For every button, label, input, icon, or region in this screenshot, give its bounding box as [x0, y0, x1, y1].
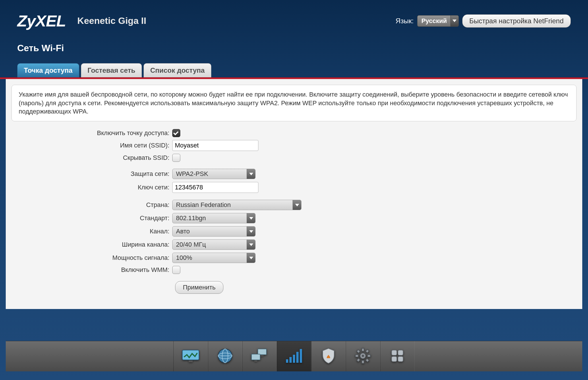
svg-rect-25	[392, 350, 397, 355]
standard-select[interactable]: 802.11bgn	[172, 213, 256, 223]
width-label: Ширина канала:	[11, 241, 172, 248]
country-value: Russian Federation	[176, 201, 231, 209]
chevron-down-icon	[247, 240, 255, 250]
svg-rect-26	[398, 350, 403, 355]
apply-button[interactable]: Применить	[175, 281, 223, 294]
nav-monitor[interactable]	[173, 341, 208, 371]
chevron-down-icon	[247, 169, 255, 179]
svg-rect-9	[261, 355, 264, 356]
width-select[interactable]: 20/40 МГц	[172, 239, 256, 250]
svg-rect-8	[254, 360, 257, 362]
svg-rect-13	[296, 352, 299, 363]
tab-guest-network[interactable]: Гостевая сеть	[81, 63, 142, 77]
brand-logo: ZyXEL	[17, 11, 66, 30]
security-select[interactable]: WPA2-PSK	[172, 169, 256, 179]
language-label: Язык:	[396, 17, 414, 25]
quick-setup-button[interactable]: Быстрая настройка NetFriend	[462, 14, 571, 28]
svg-rect-28	[398, 356, 403, 362]
language-select[interactable]: Русский	[417, 15, 459, 27]
power-label: Мощность сигнала:	[11, 254, 172, 262]
svg-rect-12	[293, 355, 295, 363]
power-value: 100%	[176, 254, 192, 262]
device-name: Keenetic Giga II	[77, 16, 146, 26]
svg-rect-22	[365, 349, 369, 353]
globe-icon	[217, 348, 233, 365]
security-label: Защита сети:	[11, 170, 172, 178]
page-title: Сеть Wi-Fi	[0, 36, 588, 56]
language-value: Русский	[421, 17, 447, 24]
bottom-nav	[6, 341, 582, 371]
svg-point-24	[362, 355, 364, 357]
svg-rect-17	[362, 360, 364, 363]
nav-network[interactable]	[242, 341, 277, 371]
nav-apps[interactable]	[380, 341, 415, 371]
monitor-icon	[182, 349, 200, 364]
enable-ap-label: Включить точку доступа:	[11, 129, 172, 137]
svg-rect-16	[362, 348, 364, 351]
gear-icon	[355, 348, 371, 365]
check-icon	[173, 130, 178, 135]
chevron-down-icon	[247, 253, 255, 263]
svg-rect-19	[368, 355, 370, 357]
hide-ssid-checkbox[interactable]	[172, 154, 180, 162]
svg-rect-21	[365, 358, 369, 362]
channel-select[interactable]: Авто	[172, 226, 256, 237]
width-value: 20/40 МГц	[176, 241, 206, 248]
ssid-input[interactable]	[172, 140, 258, 151]
svg-rect-23	[357, 358, 360, 362]
chevron-down-icon	[293, 200, 301, 210]
svg-rect-27	[392, 356, 397, 362]
key-label: Ключ сети:	[11, 184, 172, 191]
tab-access-list[interactable]: Список доступа	[144, 63, 211, 77]
description-box: Укажите имя для вашей беспроводной сети,…	[11, 85, 577, 121]
country-label: Страна:	[11, 201, 172, 209]
wmm-checkbox[interactable]	[172, 266, 180, 274]
network-icon	[250, 348, 269, 364]
country-select[interactable]: Russian Federation	[172, 200, 301, 210]
chevron-down-icon	[247, 213, 255, 223]
svg-rect-10	[286, 359, 288, 363]
nav-internet[interactable]	[208, 341, 242, 371]
chevron-down-icon	[450, 16, 459, 26]
ssid-label: Имя сети (SSID):	[11, 142, 172, 149]
shield-icon	[322, 348, 335, 365]
standard-value: 802.11bgn	[176, 214, 206, 222]
svg-rect-14	[300, 349, 302, 363]
svg-rect-7	[252, 354, 260, 360]
svg-rect-18	[355, 355, 358, 357]
standard-label: Стандарт:	[11, 214, 172, 222]
wifi-bars-icon	[285, 348, 303, 364]
nav-system[interactable]	[346, 341, 380, 371]
nav-security[interactable]	[311, 341, 346, 371]
nav-wifi[interactable]	[277, 341, 311, 371]
key-input[interactable]	[172, 182, 258, 193]
chevron-down-icon	[247, 227, 255, 236]
svg-rect-1	[189, 360, 193, 362]
security-value: WPA2-PSK	[176, 170, 208, 178]
channel-label: Канал:	[11, 228, 172, 235]
enable-ap-checkbox[interactable]	[172, 129, 180, 137]
apps-icon	[390, 349, 404, 364]
channel-value: Авто	[176, 228, 190, 235]
svg-rect-20	[357, 350, 360, 353]
svg-rect-11	[289, 357, 292, 363]
tab-access-point[interactable]: Точка доступа	[17, 63, 79, 77]
wmm-label: Включить WMM:	[11, 266, 172, 274]
power-select[interactable]: 100%	[172, 253, 256, 263]
hide-ssid-label: Скрывать SSID:	[11, 154, 172, 162]
